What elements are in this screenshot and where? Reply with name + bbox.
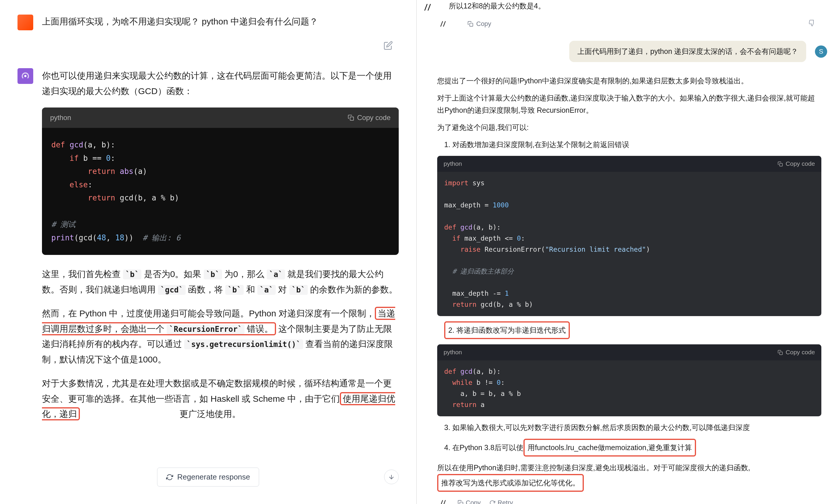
copy-code-button-r1[interactable]: Copy code (778, 159, 815, 169)
user-avatar-right: S (815, 46, 827, 58)
copy-icon (458, 500, 463, 504)
copy-code-button[interactable]: Copy code (348, 111, 390, 124)
thumbs-down-icon[interactable] (809, 19, 815, 29)
r-code-body-1: import sys max_depth = 1000 def gcd(a, b… (437, 172, 822, 316)
r-code-block-1: python Copy code import sys max_depth = … (437, 156, 822, 316)
svg-rect-1 (350, 117, 354, 120)
regenerate-button[interactable]: Regenerate response (157, 468, 259, 486)
r-list-item-2: 2. 将递归函数改写为非递归迭代形式 (437, 321, 822, 339)
r-code-header-1: python Copy code (437, 156, 822, 172)
user-message-row: 上面用循环实现，为啥不用递归实现呢？ python 中递归会有什么问题？ (6, 15, 410, 39)
copy-code-button-r2[interactable]: Copy code (778, 347, 815, 357)
highlight-recommend: 推荐改写为迭代形式或添加记忆化等优化。 (437, 474, 584, 492)
assistant-content: 你也可以使用递归来实现最大公约数的计算，这在代码层面可能会更简洁。以下是一个使用… (42, 68, 399, 431)
copy-icon (468, 21, 473, 27)
anthropic-small-icon (437, 18, 449, 30)
previous-response-tail: 所以12和8的最大公约数是4。 (449, 0, 827, 11)
svg-rect-3 (470, 23, 473, 26)
r-code-header-2: python Copy code (437, 344, 822, 360)
r-list-item-3: 3. 如果输入数很大,可以先对数字进行质因数分解,然后求质因数的最大公约数,可以… (444, 422, 822, 433)
r-list-item-4: 4. 在Python 3.8后可以使用functools.lru_cache做m… (444, 439, 822, 456)
highlight-lru-cache: 用functools.lru_cache做memoization,避免重复计算 (523, 439, 696, 456)
code-lang-label: python (50, 111, 71, 124)
left-chat-panel: 上面用循环实现，为啥不用递归实现呢？ python 中递归会有什么问题？ 你也可… (0, 0, 417, 504)
copy-button-2[interactable]: Copy (458, 499, 481, 504)
r-code-block-2: python Copy code def gcd(a, b): while b … (437, 344, 822, 416)
clipboard-icon (778, 350, 783, 355)
r-para-3: 为了避免这个问题,我们可以: (437, 122, 822, 133)
copy-button[interactable]: Copy (468, 20, 491, 28)
r-list-item-1: 1. 对函数增加递归深度限制,在到达某个限制之前返回错误 (444, 139, 822, 151)
user-message-text: 上面用循环实现，为啥不用递归实现呢？ python 中递归会有什么问题？ (42, 15, 399, 29)
anthropic-small-icon-2 (437, 497, 449, 504)
assistant-avatar (18, 68, 33, 84)
user-message-row-right: 上面代码用到了递归，python 递归深度太深的话，会不会有问题呢？ S (423, 34, 827, 69)
code-header: python Copy code (42, 107, 399, 128)
assistant-response-right: 您提出了一个很好的问题!Python中递归深度确实是有限制的,如果递归层数太多则… (437, 75, 822, 492)
assistant-intro: 你也可以使用递归来实现最大公约数的计算，这在代码层面可能会更简洁。以下是一个使用… (42, 68, 399, 99)
clipboard-icon (778, 161, 783, 167)
assistant-message-row: 你也可以使用递归来实现最大公约数的计算，这在代码层面可能会更简洁。以下是一个使用… (6, 39, 410, 431)
svg-rect-5 (779, 352, 782, 355)
refresh-icon (490, 500, 495, 504)
svg-rect-6 (460, 502, 463, 504)
r-para-end: 所以在使用Python递归时,需要注意控制递归深度,避免出现栈溢出。对于可能深度… (437, 462, 822, 492)
right-chat-panel: 所以12和8的最大公约数是4。 Copy 上面代码用到了递归，python 递归… (417, 0, 833, 504)
user-avatar (18, 15, 33, 30)
code-block-1: python Copy code def gcd(a, b): if b == … (42, 107, 399, 255)
retry-button[interactable]: Retry (490, 499, 513, 504)
edit-icon[interactable] (384, 41, 393, 50)
highlight-iterative: 2. 将递归函数改写为非递归迭代形式 (444, 321, 570, 339)
clipboard-icon (348, 115, 354, 121)
paragraph-3: 然而，在 Python 中，过度使用递归可能会导致问题。Python 对递归深度… (42, 306, 399, 367)
user-bubble: 上面代码用到了递归，python 递归深度太深的话，会不会有问题呢？ (569, 41, 806, 62)
paragraph-4: 对于大多数情况，尤其是在处理大数据或是不确定数据规模的时候，循环结构通常是一个更… (42, 376, 399, 422)
arrow-down-icon (388, 473, 395, 480)
code-body: def gcd(a, b): if b == 0: return abs(a) … (42, 128, 399, 255)
previous-actions-row: Copy (437, 18, 827, 34)
r-code-body-2: def gcd(a, b): while b != 0: a, b = b, a… (437, 360, 822, 416)
refresh-icon (166, 474, 173, 481)
scroll-down-button[interactable] (384, 470, 399, 484)
paragraph-2: 这里，我们首先检查 `b` 是否为0。如果 `b` 为0，那么 `a` 就是我们… (42, 267, 399, 297)
anthropic-logo-icon (423, 2, 432, 14)
svg-rect-4 (779, 163, 782, 166)
r-para-1: 您提出了一个很好的问题!Python中递归深度确实是有限制的,如果递归层数太多则… (437, 75, 822, 87)
svg-point-0 (24, 75, 26, 77)
r-bottom-actions: Copy Retry (437, 497, 827, 504)
r-para-2: 对于上面这个计算最大公约数的递归函数,递归深度取决于输入数字的大小。如果输入的数… (437, 92, 822, 116)
